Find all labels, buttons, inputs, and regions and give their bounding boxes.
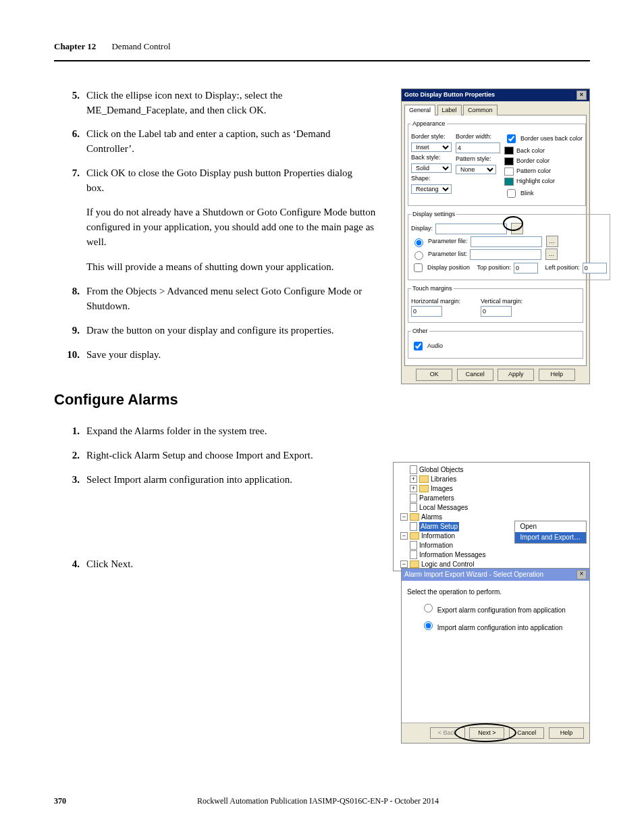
tab-common[interactable]: Common	[463, 105, 498, 115]
display-position-checkbox[interactable]	[414, 263, 423, 272]
context-menu: Open Import and Export…	[514, 521, 587, 544]
tab-general[interactable]: General	[404, 105, 435, 115]
step-number: 8.	[54, 284, 86, 314]
chapter-label: Chapter 12	[54, 41, 96, 51]
step-text: Expand the Alarms folder in the system t…	[86, 424, 371, 439]
step-number: 7.	[54, 166, 86, 196]
step-text: Click Next.	[86, 557, 371, 572]
border-width-label: Border width:	[456, 132, 491, 141]
section-heading: Configure Alarms	[54, 389, 590, 411]
menu-open[interactable]: Open	[515, 521, 586, 532]
publication-info: Rockwell Automation Publication IASIMP-Q…	[66, 796, 570, 807]
tree-item[interactable]: Information	[419, 541, 453, 550]
import-label: Import alarm configuration into applicat…	[437, 624, 563, 631]
vertical-margin-input[interactable]	[481, 306, 512, 317]
border-uses-back-color-label: Border uses back color	[520, 134, 583, 143]
back-button: < Back	[430, 727, 465, 739]
display-input[interactable]	[435, 224, 507, 234]
border-style-label: Border style:	[411, 132, 446, 141]
expand-icon[interactable]: +	[410, 485, 417, 492]
cancel-button[interactable]: Cancel	[509, 727, 544, 739]
step-number: 5.	[54, 88, 86, 118]
tree-item-alarms[interactable]: Alarms	[421, 513, 442, 522]
import-radio[interactable]	[424, 621, 433, 630]
back-style-select[interactable]: Solid	[411, 163, 452, 173]
apply-button[interactable]: Apply	[498, 369, 534, 380]
parameter-list-ellipsis-button[interactable]: …	[545, 249, 558, 260]
tree-item[interactable]: Global Objects	[419, 465, 464, 475]
horizontal-margin-input[interactable]	[411, 306, 442, 317]
left-position-input[interactable]	[583, 263, 607, 273]
border-color-swatch[interactable]	[504, 157, 514, 165]
parameter-file-radio[interactable]	[414, 238, 423, 247]
folder-icon	[419, 485, 429, 492]
collapse-icon[interactable]: −	[400, 513, 408, 521]
parameter-list-label: Parameter list:	[428, 250, 467, 259]
parameter-list-radio[interactable]	[414, 251, 423, 260]
parameter-list-input[interactable]	[470, 249, 541, 260]
group-other: Other	[411, 327, 429, 336]
tree-item[interactable]: Images	[431, 484, 453, 494]
folder-icon	[410, 532, 419, 540]
tree-item[interactable]: Information Messages	[419, 550, 485, 560]
highlight-color-swatch[interactable]	[504, 178, 514, 186]
file-icon	[410, 541, 417, 550]
audio-checkbox[interactable]	[414, 342, 423, 350]
border-uses-back-color-checkbox[interactable]	[507, 134, 516, 143]
step-text: From the Objects > Advanced menu select …	[86, 284, 371, 314]
system-tree: Global Objects +Libraries +Images Parame…	[393, 462, 590, 571]
group-touch-margins: Touch margins	[411, 284, 454, 293]
step-text: Draw the button on your display and conf…	[86, 323, 371, 338]
parameter-file-ellipsis-button[interactable]: …	[546, 236, 558, 247]
help-button[interactable]: Help	[539, 369, 575, 380]
pattern-style-select[interactable]: None	[456, 165, 496, 174]
step-number: 2.	[54, 448, 86, 463]
tree-item-information[interactable]: Information	[421, 531, 455, 541]
tab-label[interactable]: Label	[437, 105, 462, 115]
note-text: If you do not already have a Shutdown or…	[86, 205, 377, 249]
export-radio[interactable]	[424, 604, 433, 613]
parameter-file-input[interactable]	[471, 236, 542, 247]
tree-item-alarm-setup[interactable]: Alarm Setup	[419, 522, 459, 531]
tree-item[interactable]: Local Messages	[419, 503, 468, 513]
page-footer: 370 Rockwell Automation Publication IASI…	[54, 796, 590, 807]
shape-select[interactable]: Rectangle	[411, 184, 452, 194]
file-icon	[410, 522, 417, 531]
ok-button[interactable]: OK	[416, 369, 452, 380]
display-ellipsis-button[interactable]: …	[511, 223, 523, 234]
back-style-label: Back style:	[411, 153, 441, 162]
border-width-input[interactable]	[456, 142, 500, 153]
cancel-button[interactable]: Cancel	[457, 369, 493, 380]
folder-icon	[410, 513, 419, 521]
tree-item[interactable]: Parameters	[419, 494, 454, 503]
next-button[interactable]: Next >	[469, 727, 504, 739]
pattern-color-swatch[interactable]	[504, 167, 514, 176]
step-text: Click the ellipse icon next to Display:,…	[86, 88, 371, 118]
step-text: Save your display.	[86, 348, 371, 363]
collapse-icon[interactable]: −	[400, 532, 408, 540]
expand-icon[interactable]: +	[410, 475, 417, 483]
border-style-select[interactable]: Inset	[411, 142, 452, 152]
audio-label: Audio	[427, 342, 443, 350]
wizard-title: Alarm Import Export Wizard - Select Oper…	[404, 570, 543, 580]
step-number: 1.	[54, 424, 86, 439]
pattern-style-label: Pattern style:	[456, 155, 491, 163]
group-appearance: Appearance	[411, 120, 447, 128]
vertical-margin-label: Vertical margin:	[481, 298, 522, 305]
left-position-label: Left position:	[545, 263, 580, 272]
top-position-input[interactable]	[514, 263, 538, 273]
display-label: Display:	[411, 224, 433, 233]
step-number: 6.	[54, 127, 86, 157]
menu-import-export[interactable]: Import and Export…	[515, 532, 586, 543]
help-button[interactable]: Help	[549, 727, 584, 739]
back-color-swatch[interactable]	[504, 147, 514, 155]
blink-checkbox[interactable]	[507, 189, 516, 198]
tree-item[interactable]: Libraries	[431, 475, 456, 484]
alarm-import-export-wizard: Alarm Import Export Wizard - Select Oper…	[401, 568, 590, 744]
step-text: Click on the Label tab and enter a capti…	[86, 127, 371, 157]
close-icon[interactable]: ×	[576, 570, 587, 579]
shape-label: Shape:	[411, 174, 431, 183]
border-color-label: Border color	[516, 157, 549, 165]
close-icon[interactable]: ×	[576, 90, 587, 100]
collapse-icon[interactable]: −	[400, 561, 408, 568]
